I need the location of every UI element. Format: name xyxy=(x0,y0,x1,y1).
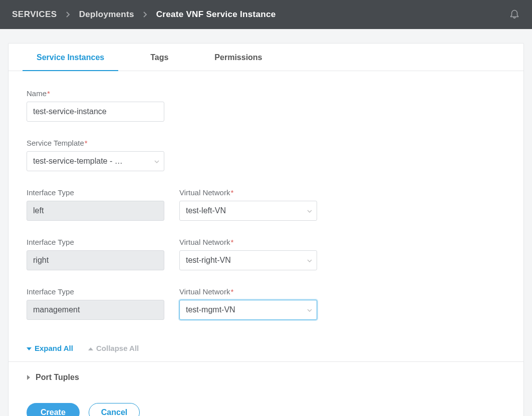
interface-type-value: left xyxy=(27,201,164,221)
breadcrumb-current: Create VNF Service Instance xyxy=(156,10,276,20)
breadcrumb-services[interactable]: SERVICES xyxy=(12,10,57,20)
interface-type-label: Interface Type xyxy=(27,287,164,296)
virtual-network-select[interactable]: test-mgmt-VN xyxy=(179,300,317,320)
interface-type-label: Interface Type xyxy=(27,188,164,197)
collapse-all-button[interactable]: Collapse All xyxy=(88,344,139,352)
port-tuples-section[interactable]: Port Tuples xyxy=(9,361,523,393)
caret-down-icon xyxy=(27,344,32,352)
main-card: Service Instances Tags Permissions Name*… xyxy=(8,43,524,416)
tab-service-instances[interactable]: Service Instances xyxy=(23,44,118,71)
caret-right-icon xyxy=(27,373,31,382)
page-header: SERVICES Deployments Create VNF Service … xyxy=(0,0,532,29)
create-button[interactable]: Create xyxy=(27,403,80,416)
breadcrumb: SERVICES Deployments Create VNF Service … xyxy=(12,10,509,20)
virtual-network-label: Virtual Network* xyxy=(179,238,317,246)
interface-type-value: right xyxy=(27,250,164,270)
form-area: Name* Service Template* test-service-tem… xyxy=(9,71,523,341)
name-label: Name* xyxy=(27,89,164,98)
chevron-right-icon xyxy=(143,12,147,18)
name-input[interactable] xyxy=(27,102,164,122)
tab-bar: Service Instances Tags Permissions xyxy=(9,44,523,71)
interface-type-value: management xyxy=(27,300,164,320)
virtual-network-select[interactable]: test-left-VN xyxy=(179,201,317,221)
virtual-network-select[interactable]: test-right-VN xyxy=(179,250,317,270)
chevron-right-icon xyxy=(66,12,70,18)
form-footer: Create Cancel xyxy=(9,393,523,416)
interface-type-label: Interface Type xyxy=(27,238,164,246)
service-template-select[interactable]: test-service-template - … xyxy=(27,151,164,171)
tab-tags[interactable]: Tags xyxy=(136,44,182,71)
bell-icon[interactable] xyxy=(509,8,520,21)
tab-permissions[interactable]: Permissions xyxy=(200,44,276,71)
caret-up-icon xyxy=(88,344,93,352)
breadcrumb-deployments[interactable]: Deployments xyxy=(79,10,134,20)
virtual-network-label: Virtual Network* xyxy=(179,287,317,296)
service-template-label: Service Template* xyxy=(27,139,164,147)
expand-all-button[interactable]: Expand All xyxy=(27,344,73,352)
cancel-button[interactable]: Cancel xyxy=(89,403,140,416)
virtual-network-label: Virtual Network* xyxy=(179,188,317,197)
expand-collapse-controls: Expand All Collapse All xyxy=(9,341,523,361)
port-tuples-label: Port Tuples xyxy=(36,373,79,382)
